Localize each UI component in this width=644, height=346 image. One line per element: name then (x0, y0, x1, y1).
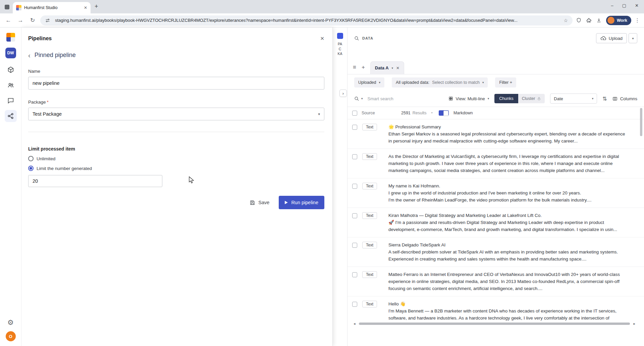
window-close-button[interactable]: ✕ (635, 3, 639, 8)
extensions-puzzle-icon[interactable] (586, 17, 593, 23)
sort-icon[interactable]: ⇅ (602, 96, 607, 102)
table-row[interactable]: Text Hello 👋 I'm Maya Bennett — a B2B ma… (347, 296, 644, 321)
package-select[interactable]: Test Package ▾ (28, 108, 324, 120)
upload-button[interactable]: Upload (596, 33, 627, 43)
row-checkbox[interactable] (352, 184, 357, 189)
search-mode-chevron-icon[interactable]: ▾ (361, 97, 363, 100)
row-checkbox[interactable] (352, 272, 357, 277)
save-button[interactable]: Save (250, 200, 269, 206)
radio-unlimited[interactable]: Unlimited (28, 156, 324, 161)
horizontal-scrollbar[interactable]: ◂ ▸ (354, 321, 635, 326)
sidebar-item-pipelines[interactable] (5, 110, 17, 122)
settings-gear-icon[interactable]: ⚙ (7, 319, 14, 327)
scroll-right-icon[interactable]: ▸ (633, 322, 635, 326)
data-panel: DATA Upload ▾ ≡ + Data A ▾ ✕ (347, 27, 644, 346)
row-checkbox[interactable] (352, 302, 357, 307)
cloud-upload-icon (600, 36, 606, 41)
sidebar-item-packages[interactable] (5, 64, 17, 76)
user-avatar[interactable]: O (6, 331, 16, 341)
radio-limit[interactable]: Limit the number generated (28, 166, 324, 171)
collection-filter-dropdown[interactable]: All uploaded data: Select collection to … (392, 77, 488, 88)
chevron-down-icon[interactable]: ▾ (392, 66, 393, 70)
sidebar-item-users[interactable] (5, 79, 17, 91)
row-type-chip: Text (362, 153, 377, 160)
humanfirst-logo[interactable] (6, 33, 15, 42)
chunks-cluster-toggle: Chunks Cluster (494, 94, 545, 103)
tab-close-icon[interactable]: ✕ (84, 5, 87, 10)
forward-icon[interactable]: → (16, 17, 25, 24)
tab-close-icon[interactable]: ✕ (396, 66, 399, 70)
back-chevron-icon[interactable]: ‹ (28, 52, 31, 59)
radio-limit-circle[interactable] (28, 166, 34, 171)
row-text: As the Director of Marketing at VulcanSi… (388, 153, 644, 174)
chat-icon (7, 97, 14, 104)
row-checkbox[interactable] (352, 125, 357, 130)
browser-profile-button[interactable]: Work (606, 16, 631, 25)
add-filter-button[interactable]: Filter + (495, 77, 516, 88)
scroll-left-icon[interactable]: ◂ (354, 322, 356, 326)
chevron-down-icon: ▾ (632, 37, 634, 40)
date-filter-dropdown[interactable]: Date ▾ (550, 94, 597, 104)
workspace-badge[interactable]: DW (5, 48, 16, 58)
table-row[interactable]: Text Sierra Delgado TideSpark AI A self-… (347, 237, 644, 267)
search-icon (354, 96, 359, 101)
back-icon[interactable]: ← (4, 17, 13, 24)
view-mode-dropdown[interactable]: View: Multi-line ▾ (448, 96, 489, 101)
row-text: Hello 👋 I'm Maya Bennett — a B2B markete… (388, 301, 644, 321)
row-checkbox[interactable] (352, 243, 357, 248)
pipeline-nodes-icon (7, 112, 14, 120)
horizontal-scrollbar-thumb[interactable] (359, 323, 630, 325)
upload-menu-button[interactable]: ▾ (629, 33, 637, 43)
address-bar[interactable]: staging.humanfirst.ai/playbooks/playbook… (40, 15, 573, 25)
window-icon (5, 5, 9, 9)
data-rows: Text 🌟 Professional Summary Ethan Sergei… (347, 119, 644, 321)
select-all-checkbox[interactable] (352, 111, 357, 116)
reload-icon[interactable]: ↻ (28, 17, 37, 24)
panel-close-icon[interactable]: ✕ (320, 36, 324, 42)
row-type-chip: Text (362, 183, 377, 189)
row-checkbox[interactable] (352, 213, 357, 218)
markdown-toggle[interactable] (439, 110, 449, 116)
row-checkbox[interactable] (352, 154, 357, 159)
expand-panel-button[interactable]: › (339, 90, 347, 97)
sidebar-item-conversations[interactable] (5, 95, 17, 107)
package-color-chip (337, 33, 343, 39)
chevron-down-icon: ▾ (592, 97, 594, 100)
browser-tab[interactable]: Humanfirst Studio ✕ (13, 2, 91, 13)
table-row[interactable]: Text My name is Kai Hofmann. I grew up i… (347, 178, 644, 208)
run-pipeline-button[interactable]: Run pipeline (279, 196, 324, 209)
limit-number-input[interactable]: 20 (28, 175, 162, 187)
tab-title: Humanfirst Studio (24, 5, 81, 10)
columns-button[interactable]: Columns (612, 96, 637, 101)
shield-icon[interactable] (576, 17, 583, 23)
data-tab[interactable]: Data A ▾ ✕ (370, 61, 404, 74)
package-collapsed-strip[interactable]: PACKA (333, 27, 347, 346)
new-tab-button[interactable]: + (95, 3, 98, 10)
uploaded-filter-dropdown[interactable]: Uploaded ▾ (354, 77, 384, 88)
downloads-icon[interactable] (596, 17, 603, 23)
table-row[interactable]: Text 🌟 Professional Summary Ethan Sergei… (347, 119, 644, 149)
add-tab-icon[interactable]: + (362, 64, 365, 71)
panel-menu-icon[interactable]: ≡ (353, 64, 356, 71)
window-maximize-button[interactable]: ▢ (622, 3, 626, 8)
columns-icon (612, 96, 618, 101)
chunks-toggle-button[interactable]: Chunks (494, 94, 518, 103)
site-info-icon[interactable] (45, 18, 52, 23)
vertical-scrollbar-thumb[interactable] (640, 108, 642, 136)
window-minimize-button[interactable]: – (611, 3, 613, 8)
table-row[interactable]: Text Kiran Malhotra — Digital Strategy a… (347, 208, 644, 237)
pipeline-name-input[interactable]: new pipeline (28, 77, 324, 90)
bookmark-star-icon[interactable]: ☆ (564, 18, 568, 23)
table-row[interactable]: Text Matteo Ferraro is an Internet Entre… (347, 267, 644, 296)
radio-unlimited-circle[interactable] (28, 156, 34, 161)
package-vertical-label[interactable]: PACKA (338, 42, 342, 73)
smart-search-input[interactable]: Smart search (368, 96, 393, 101)
results-count: 2591 (401, 111, 411, 115)
results-label: Results (413, 111, 427, 115)
cluster-toggle-button[interactable]: Cluster (518, 94, 545, 103)
mouse-cursor (188, 176, 195, 184)
browser-menu-icon[interactable]: ⋮ (635, 17, 640, 23)
table-row[interactable]: Text As the Director of Marketing at Vul… (347, 149, 644, 178)
radio-limit-label: Limit the number generated (37, 166, 92, 171)
dot-separator: • (431, 111, 433, 115)
